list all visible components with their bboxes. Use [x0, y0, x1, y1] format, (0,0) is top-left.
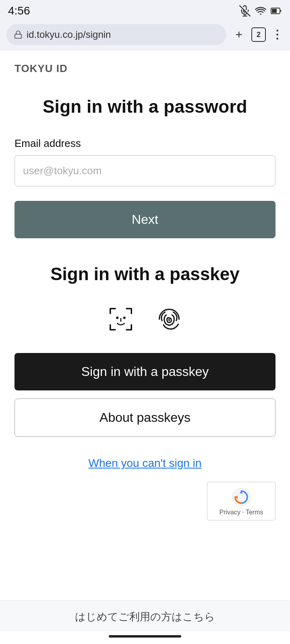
next-button[interactable]: Next	[14, 201, 276, 238]
main-content: TOKYU ID Sign in with a password Email a…	[0, 50, 290, 601]
email-form-section: Email address	[14, 137, 276, 186]
email-input[interactable]	[14, 155, 276, 186]
status-time: 4:56	[8, 4, 30, 17]
status-bar: 4:56	[0, 0, 290, 21]
more-menu-button[interactable]: ⋮	[271, 29, 284, 40]
browser-bar: id.tokyu.co.jp/signin + 2 ⋮	[0, 21, 290, 50]
svg-point-6	[116, 317, 118, 319]
svg-rect-4	[272, 9, 277, 13]
fingerprint-icon	[153, 303, 185, 335]
recaptcha-area: Privacy · Terms	[14, 482, 276, 520]
recaptcha-badge: Privacy · Terms	[207, 482, 276, 520]
cant-sign-in-link[interactable]: When you can't sign in	[14, 457, 276, 470]
about-passkeys-button[interactable]: About passkeys	[14, 398, 276, 437]
home-bar	[109, 635, 181, 638]
svg-point-7	[123, 317, 126, 319]
tab-count-button[interactable]: 2	[251, 27, 266, 42]
bottom-registration-bar[interactable]: はじめてご利用の方はこちら	[0, 601, 290, 631]
url-text: id.tokyu.co.jp/signin	[27, 29, 111, 40]
brand-title: TOKYU ID	[14, 62, 276, 75]
passkey-section-title: Sign in with a passkey	[14, 262, 276, 285]
passkey-icons-row	[14, 303, 276, 335]
status-icons	[239, 5, 282, 17]
registration-link-text[interactable]: はじめてご利用の方はこちら	[75, 611, 215, 623]
url-lock-icon	[14, 30, 23, 39]
wifi-icon	[255, 5, 267, 17]
sign-in-passkey-button[interactable]: Sign in with a passkey	[14, 353, 276, 390]
home-indicator	[0, 631, 290, 644]
face-id-icon	[105, 303, 137, 335]
battery-icon	[271, 6, 282, 16]
svg-rect-5	[15, 34, 22, 38]
mute-icon	[239, 5, 251, 17]
url-bar[interactable]: id.tokyu.co.jp/signin	[6, 24, 226, 45]
add-tab-button[interactable]: +	[232, 26, 246, 43]
password-section-title: Sign in with a password	[14, 95, 276, 118]
recaptcha-logo-icon	[232, 488, 251, 506]
recaptcha-privacy-terms[interactable]: Privacy · Terms	[219, 509, 263, 516]
email-label: Email address	[14, 137, 276, 150]
